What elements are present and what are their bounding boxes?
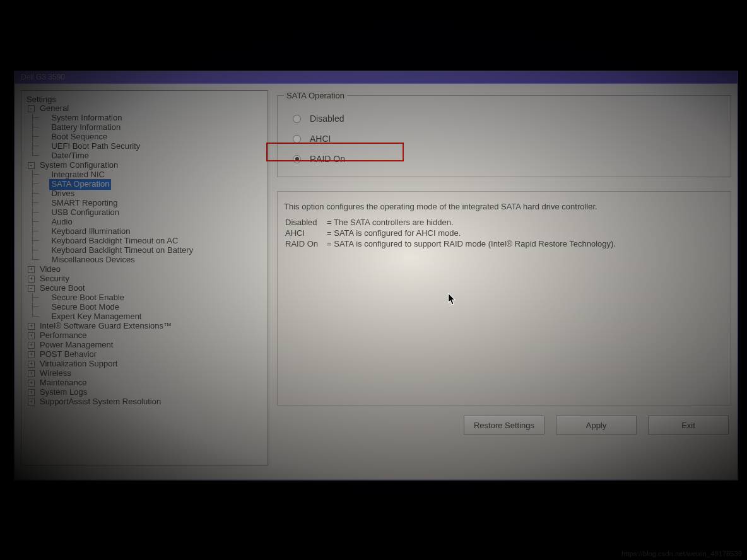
tree-leaf-spacer bbox=[39, 257, 46, 264]
tree-item-label: Intel® Software Guard Extensions™ bbox=[38, 321, 174, 331]
radio-label: AHCI bbox=[310, 134, 331, 144]
expand-icon[interactable]: + bbox=[28, 351, 35, 358]
tree-leaf-spacer bbox=[39, 209, 46, 216]
tree-item-label: Battery Information bbox=[49, 122, 122, 132]
tree-item[interactable]: -Secure Boot bbox=[21, 284, 268, 293]
tree-item[interactable]: ├─Battery Information bbox=[21, 123, 268, 132]
tree-item-label: SupportAssist System Resolution bbox=[38, 397, 163, 407]
tree-item[interactable]: +Video bbox=[21, 265, 268, 274]
expand-icon[interactable]: + bbox=[28, 342, 35, 349]
tree-item-label: SATA Operation bbox=[49, 179, 111, 189]
tree-item[interactable]: ├─Keyboard Backlight Timeout on Battery bbox=[21, 246, 268, 255]
expand-icon[interactable]: + bbox=[28, 323, 35, 330]
tree-leaf-spacer bbox=[39, 247, 46, 254]
tree-item-label: Power Management bbox=[38, 340, 115, 350]
detail-pane: SATA Operation DisabledAHCIRAID On This … bbox=[277, 90, 731, 474]
tree-item[interactable]: ├─Audio bbox=[21, 218, 268, 227]
tree-item[interactable]: +POST Behavior bbox=[21, 350, 268, 359]
tree-item[interactable]: ├─USB Configuration bbox=[21, 208, 268, 218]
tree-item[interactable]: ├─Keyboard Illumination bbox=[21, 227, 268, 236]
expand-icon[interactable]: + bbox=[28, 332, 35, 339]
collapse-icon[interactable]: - bbox=[28, 162, 35, 169]
tree-item[interactable]: -System Configuration bbox=[21, 161, 268, 170]
apply-button[interactable]: Apply bbox=[556, 416, 637, 435]
radio-option[interactable]: Disabled bbox=[293, 108, 721, 129]
group-legend: SATA Operation bbox=[284, 91, 347, 100]
tree-item[interactable]: ├─Keyboard Backlight Timeout on AC bbox=[21, 236, 268, 246]
description-value: = The SATA controllers are hidden. bbox=[327, 218, 616, 227]
expand-icon[interactable]: + bbox=[28, 361, 35, 368]
tree-item-label: Keyboard Backlight Timeout on Battery bbox=[49, 245, 195, 255]
tree-leaf-spacer bbox=[39, 219, 46, 226]
tree-item[interactable]: ├─Integrated NIC bbox=[21, 170, 268, 180]
tree-item[interactable]: ├─UEFI Boot Path Security bbox=[21, 142, 268, 151]
tree-leaf-spacer bbox=[39, 134, 46, 141]
expand-icon[interactable]: + bbox=[28, 370, 35, 377]
restore-settings-button[interactable]: Restore Settings bbox=[464, 416, 544, 435]
tree-item[interactable]: ├─Drives bbox=[21, 189, 268, 199]
description-row: Disabled= The SATA controllers are hidde… bbox=[285, 218, 616, 227]
expand-icon[interactable]: + bbox=[28, 399, 35, 405]
tree-item-label: System Logs bbox=[38, 387, 89, 397]
exit-button[interactable]: Exit bbox=[648, 416, 729, 435]
tree-item[interactable]: +Maintenance bbox=[21, 378, 268, 388]
description-table: Disabled= The SATA controllers are hidde… bbox=[284, 216, 617, 250]
tree-item-label: Virtualization Support bbox=[38, 359, 119, 369]
collapse-icon[interactable]: - bbox=[28, 285, 35, 292]
expand-icon[interactable]: + bbox=[28, 266, 35, 273]
radio-label: RAID On bbox=[310, 154, 345, 164]
tree-item[interactable]: ├─Boot Sequence bbox=[21, 132, 268, 142]
window-body: Settings -General ├─System Information ├… bbox=[15, 84, 738, 480]
tree-item-label: Security bbox=[38, 274, 71, 284]
tree-item-label: Video bbox=[38, 264, 62, 274]
tree-leaf-spacer bbox=[39, 304, 46, 311]
tree-item[interactable]: +Virtualization Support bbox=[21, 359, 268, 369]
tree-item[interactable]: +Intel® Software Guard Extensions™ bbox=[21, 322, 268, 331]
description-row: RAID On= SATA is configured to support R… bbox=[285, 239, 616, 248]
tree-leaf-spacer bbox=[39, 295, 46, 301]
radio-icon[interactable] bbox=[293, 135, 301, 143]
radio-container: DisabledAHCIRAID On bbox=[293, 108, 721, 169]
tree-item-label: SMART Reporting bbox=[49, 198, 119, 208]
tree-item[interactable]: +Security bbox=[21, 274, 268, 284]
tree-container: -General ├─System Information ├─Battery … bbox=[21, 104, 268, 407]
tree-item-label: USB Configuration bbox=[49, 207, 121, 218]
radio-option[interactable]: RAID On bbox=[293, 149, 721, 169]
tree-item-label: System Information bbox=[49, 113, 124, 123]
tree-item[interactable]: ├─System Information bbox=[21, 114, 268, 123]
tree-item-label: Boot Sequence bbox=[49, 132, 109, 142]
tree-item[interactable]: +Power Management bbox=[21, 341, 268, 350]
tree-item[interactable]: └─Expert Key Management bbox=[21, 312, 268, 322]
watermark-text: https://blog.csdn.net/weixin_48178539 bbox=[621, 550, 742, 557]
tree-item[interactable]: ├─SMART Reporting bbox=[21, 199, 268, 208]
tree-item[interactable]: +Performance bbox=[21, 331, 268, 341]
tree-item[interactable]: +SupportAssist System Resolution bbox=[21, 397, 268, 407]
tree-heading: Settings bbox=[21, 95, 268, 104]
tree-item-label: Wireless bbox=[38, 368, 73, 378]
radio-icon[interactable] bbox=[293, 115, 301, 123]
expand-icon[interactable]: + bbox=[28, 380, 35, 387]
tree-leaf-spacer bbox=[39, 200, 46, 207]
collapse-icon[interactable]: - bbox=[28, 105, 35, 112]
tree-item-label: Secure Boot bbox=[38, 283, 87, 293]
tree-item-label: Audio bbox=[49, 217, 74, 227]
expand-icon[interactable]: + bbox=[28, 389, 35, 396]
tree-item[interactable]: └─Date/Time bbox=[21, 151, 268, 161]
tree-item-label: Secure Boot Enable bbox=[49, 293, 126, 303]
tree-item-label: POST Behavior bbox=[38, 349, 98, 359]
expand-icon[interactable]: + bbox=[28, 276, 35, 283]
tree-leaf-spacer bbox=[39, 143, 46, 150]
tree-item[interactable]: ├─SATA Operation bbox=[21, 180, 268, 189]
tree-item[interactable]: +System Logs bbox=[21, 388, 268, 397]
window-title: Dell G3 3590 bbox=[15, 71, 738, 84]
tree-item[interactable]: └─Miscellaneous Devices bbox=[21, 255, 268, 265]
radio-icon[interactable] bbox=[293, 155, 301, 163]
tree-leaf-spacer bbox=[39, 153, 46, 160]
tree-item[interactable]: -General bbox=[21, 104, 268, 114]
radio-option[interactable]: AHCI bbox=[293, 129, 721, 149]
tree-leaf-spacer bbox=[39, 228, 46, 235]
tree-item[interactable]: ├─Secure Boot Enable bbox=[21, 293, 268, 303]
tree-item[interactable]: ├─Secure Boot Mode bbox=[21, 303, 268, 312]
tree-item[interactable]: +Wireless bbox=[21, 369, 268, 378]
tree-item-label: Date/Time bbox=[49, 151, 90, 161]
